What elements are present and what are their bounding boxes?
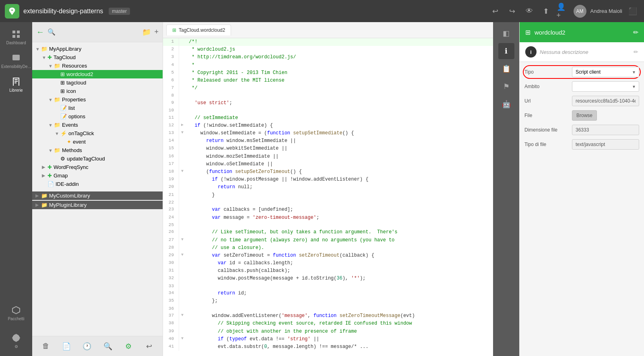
tree-wordcloud2[interactable]: ⊞ wordcloud2	[32, 70, 163, 78]
settings-label: ⚙	[14, 344, 18, 349]
chevron-icon: ▶	[35, 193, 41, 198]
tree-tagcloud-res[interactable]: ⊞ tagcloud	[32, 78, 163, 87]
tree-label: tagcloud	[66, 80, 86, 86]
code-line: 21 }	[163, 191, 493, 199]
code-line: 28 // use a closure).	[163, 244, 493, 252]
app-logo[interactable]	[5, 4, 19, 19]
ambito-select[interactable]	[572, 81, 639, 92]
tab-icon: ⊞	[172, 27, 176, 33]
sidebar-item-dashboard[interactable]: Dashboard	[2, 26, 30, 48]
code-line: 9 'use strict';	[163, 99, 493, 107]
url-control	[572, 96, 639, 106]
tree-label: Properties	[62, 97, 86, 103]
puzzle-icon: ✚	[47, 173, 52, 179]
tree-options[interactable]: 📝 options	[32, 112, 163, 121]
add-file-button[interactable]: 📄	[60, 340, 72, 352]
file2-icon: 📄	[47, 181, 54, 187]
tree-list[interactable]: 📝 list	[32, 104, 163, 112]
info-panel-icon[interactable]: ℹ	[498, 43, 514, 59]
search-button[interactable]: 🔍	[47, 28, 56, 36]
code-line: 13 ▼ window.setImmediate = (function set…	[163, 130, 493, 137]
robot-panel-icon[interactable]: 🤖	[498, 96, 514, 112]
avatar[interactable]: AM	[574, 5, 586, 18]
delete-button[interactable]: 🗑	[40, 340, 52, 352]
tree-gmap[interactable]: ▶ ✚ Gmap	[32, 171, 163, 180]
tree-mycustomlibrary[interactable]: ▶ 📁 MyCustomLibrary	[32, 191, 163, 200]
tree-label: MyAppLibrary	[49, 46, 81, 52]
code-line: 33	[163, 283, 493, 290]
file-icon: 📝	[60, 105, 67, 111]
tree-tagcloud[interactable]: ▼ ✚ TagCloud	[32, 53, 163, 62]
folder-open-icon: 📁	[41, 46, 47, 52]
redo-icon[interactable]: ↪	[506, 5, 519, 18]
folder-icon: 📁	[54, 122, 60, 128]
tree-event[interactable]: ✦ event	[32, 138, 163, 146]
code-line: 37 ▼ window.addEventListener('message', …	[163, 312, 493, 320]
tipo-file-control	[572, 139, 639, 150]
sidebar-item-librerie[interactable]: Librerie	[2, 74, 30, 96]
event-icon: ⚡	[60, 130, 67, 136]
tree-icon[interactable]: ⊞ icon	[32, 87, 163, 95]
add-user-icon[interactable]: 👤+	[557, 5, 570, 18]
editor-code-area[interactable]: 1 /*! 2 * wordcloud2.js 3 * http://timdr…	[163, 38, 493, 356]
tree-events[interactable]: ▼ 📁 Events	[32, 121, 163, 129]
code-line: 35 };	[163, 297, 493, 305]
chevron-icon: ▶	[42, 165, 47, 170]
sidebar-item-extensibility[interactable]: ExtensibilityDe...	[2, 50, 30, 72]
project-name: extensibility-design-patterns	[23, 8, 103, 15]
code-line: 17 window.oSetImmediate ||	[163, 161, 493, 168]
description-edit-button[interactable]: ✏	[634, 49, 638, 55]
url-input[interactable]	[572, 96, 639, 106]
tree-label: Gmap	[54, 173, 68, 179]
tree-resources[interactable]: ▼ 📁 Resources	[32, 62, 163, 70]
ambito-label: Ambito	[524, 84, 569, 89]
tree-methods[interactable]: ▼ 📁 Methods	[32, 146, 163, 154]
file-row: File Browse	[524, 110, 639, 121]
flag-panel-icon[interactable]: ⚑	[498, 78, 514, 95]
tree-properties[interactable]: ▼ 📁 Properties	[32, 95, 163, 104]
tree-myapplibrary[interactable]: ▼ 📁 MyAppLibrary	[32, 45, 163, 53]
toggle-panel-icon[interactable]: ◧	[498, 25, 514, 41]
tree-label: WordFreqSync	[54, 164, 88, 170]
ambito-row: Ambito	[524, 81, 639, 92]
tree-wordfreqsync[interactable]: ▶ ✚ WordFreqSync	[32, 163, 163, 171]
settings-button[interactable]: ⚙	[122, 340, 134, 352]
props-edit-button[interactable]: ✏	[633, 29, 638, 36]
code-line: 5 * Copyright 2011 - 2013 Tim Chien	[163, 69, 493, 77]
code-line: 11 // setImmediate	[163, 114, 493, 122]
tipo-control: Script client Script server CSS HTML	[572, 67, 639, 77]
url-label: Url	[524, 98, 569, 104]
topbar: extensibility-design-patterns master ↩ ↪…	[0, 0, 644, 22]
info-circle-icon: i	[525, 46, 537, 58]
back-button[interactable]: ←	[36, 27, 44, 37]
sidebar-item-settings[interactable]: ⚙	[2, 330, 30, 352]
chevron-icon: ▼	[48, 64, 54, 68]
code-line: 23 var callbacks = [undefined];	[163, 206, 493, 214]
undo-icon[interactable]: ↩	[489, 5, 502, 18]
editor-tab-wordcloud2[interactable]: ⊞ TagCloud.wordcloud2	[166, 25, 231, 35]
main-area: Dashboard ExtensibilityDe... Librerie Pa…	[0, 22, 644, 356]
deploy-icon[interactable]: ⬆	[540, 5, 553, 18]
tree-label: Resources	[62, 63, 87, 69]
dashboard-label: Dashboard	[6, 41, 26, 45]
history-button[interactable]: 🕐	[81, 340, 93, 352]
add-item-button[interactable]: +	[154, 28, 159, 36]
code-line: 18 ▼ (function setupSetZeroTimeout() {	[163, 168, 493, 176]
tipo-select[interactable]: Script client Script server CSS HTML	[572, 67, 639, 77]
tree-mypluginlibrary[interactable]: ▶ 📁 MyPluginLibrary	[32, 201, 163, 209]
props-body: Tipo Script client Script server CSS HTM…	[520, 62, 644, 356]
tree-updatetagcloud[interactable]: ⚙ updateTagCloud	[32, 154, 163, 163]
tree-ide-addin[interactable]: 📄 IDE-addin	[32, 180, 163, 188]
doc-panel-icon[interactable]: 📋	[498, 61, 514, 77]
sidebar-item-pacchetti[interactable]: Pacchetti	[2, 302, 30, 324]
tree-ontagclick[interactable]: ▼ ⚡ onTagClick	[32, 129, 163, 138]
svg-rect-0	[12, 31, 15, 33]
browse-button[interactable]: Browse	[572, 110, 597, 121]
search-button[interactable]: 🔍	[102, 340, 114, 352]
undo-button[interactable]: ↩	[143, 340, 155, 352]
branch-badge: master	[109, 8, 130, 15]
tree-label: icon	[66, 88, 76, 94]
logout-icon[interactable]: ⬛	[626, 5, 639, 18]
preview-icon[interactable]: 👁	[523, 5, 536, 18]
code-line: 8	[163, 92, 493, 99]
